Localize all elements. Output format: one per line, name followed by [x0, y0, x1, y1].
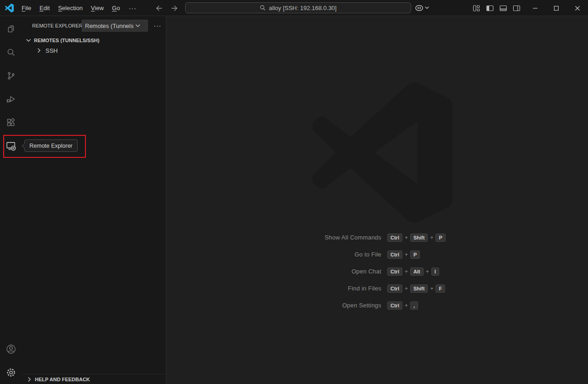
accounts-icon[interactable] — [0, 337, 22, 361]
plus-separator: + — [430, 285, 433, 292]
remote-tree: REMOTES (TUNNELS/SSH) SSH — [22, 35, 166, 56]
shortcut-keys: Ctrl + Shift + P — [387, 234, 446, 242]
toggle-primary-sidebar-icon[interactable] — [486, 4, 494, 12]
menu-more-button[interactable]: ··· — [124, 5, 141, 12]
key-cap: Ctrl — [387, 284, 402, 293]
menu-edit[interactable]: Edit — [35, 0, 54, 16]
menu-bar: File Edit Selection View Go ··· — [17, 0, 141, 16]
chevron-down-icon — [25, 37, 32, 44]
key-cap: Shift — [410, 284, 428, 293]
sidebar-header: REMOTE EXPLORER Remotes (Tunnels ··· — [22, 20, 166, 32]
settings-gear-icon[interactable] — [0, 361, 22, 384]
plus-separator: + — [405, 285, 408, 292]
shortcut-row: Show All Commands Ctrl + Shift + P — [166, 229, 588, 246]
explorer-icon[interactable] — [0, 17, 22, 40]
vscode-logo-icon — [5, 4, 14, 12]
title-bar: File Edit Selection View Go ··· alloy [S… — [0, 0, 588, 16]
tree-section-remotes[interactable]: REMOTES (TUNNELS/SSH) — [22, 35, 166, 45]
plus-separator: + — [426, 268, 429, 275]
remote-view-selector[interactable]: Remotes (Tunnels — [82, 20, 148, 32]
shortcut-row: Go to File Ctrl + P — [166, 246, 588, 263]
activity-bar — [0, 16, 22, 384]
key-cap: Ctrl — [387, 250, 402, 259]
tooltip-text: Remote Explorer — [29, 143, 73, 149]
toggle-panel-icon[interactable] — [499, 4, 507, 12]
remote-explorer-icon[interactable] — [0, 134, 22, 157]
activity-bar-spacer — [0, 157, 22, 337]
plus-separator: + — [405, 251, 408, 258]
key-cap: Alt — [410, 267, 424, 276]
command-center-search[interactable]: alloy [SSH: 192.168.0.30] — [185, 2, 411, 13]
tree-section-label: REMOTES (TUNNELS/SSH) — [34, 38, 99, 43]
tree-item-ssh[interactable]: SSH — [22, 45, 166, 56]
go-back-icon[interactable] — [154, 4, 164, 13]
views-more-actions-button[interactable]: ··· — [153, 21, 163, 31]
shortcut-row: Open Settings Ctrl + , — [166, 297, 588, 314]
sidebar-remote-explorer: REMOTE EXPLORER Remotes (Tunnels ··· REM… — [22, 16, 166, 384]
shortcut-keys: Ctrl + Alt + I — [387, 267, 439, 276]
search-sidebar-icon[interactable] — [0, 40, 22, 64]
chevron-down-icon — [136, 24, 140, 28]
watermark-shortcuts: Show All Commands Ctrl + Shift + P Go to… — [166, 229, 588, 314]
shortcut-label: Show All Commands — [166, 234, 381, 241]
search-icon — [260, 5, 266, 11]
shortcut-keys: Ctrl + Shift + F — [387, 284, 445, 293]
vscode-window: File Edit Selection View Go ··· alloy [S… — [0, 0, 588, 384]
minimize-button[interactable] — [525, 0, 546, 16]
toggle-secondary-sidebar-icon[interactable] — [512, 4, 520, 12]
key-cap: , — [410, 301, 418, 310]
plus-separator: + — [405, 268, 408, 275]
history-navigation — [154, 0, 179, 16]
remote-explorer-tooltip: Remote Explorer — [24, 139, 78, 152]
shortcut-label: Open Settings — [166, 302, 381, 309]
shortcut-label: Open Chat — [166, 268, 381, 275]
shortcut-row: Open Chat Ctrl + Alt + I — [166, 263, 588, 280]
plus-separator: + — [405, 302, 408, 309]
vscode-watermark-logo — [312, 83, 452, 223]
shortcut-keys: Ctrl + P — [387, 250, 420, 259]
shortcut-label: Go to File — [166, 251, 381, 258]
key-cap: Ctrl — [387, 267, 402, 276]
customize-layout-icon[interactable] — [472, 4, 481, 12]
shortcut-row: Find in Files Ctrl + Shift + F — [166, 280, 588, 297]
extensions-icon[interactable] — [0, 111, 22, 134]
copilot-menu[interactable] — [415, 2, 429, 13]
tree-item-label: SSH — [45, 47, 58, 54]
sidebar-title: REMOTE EXPLORER — [32, 23, 83, 28]
plus-separator: + — [430, 234, 433, 241]
editor-area: Show All Commands Ctrl + Shift + P Go to… — [166, 16, 588, 384]
key-cap: P — [435, 234, 445, 242]
key-cap: Ctrl — [387, 234, 402, 242]
shortcut-label: Find in Files — [166, 285, 381, 292]
plus-separator: + — [405, 234, 408, 241]
key-cap: I — [431, 267, 439, 276]
key-cap: Shift — [410, 234, 428, 242]
window-controls — [525, 0, 588, 16]
help-and-feedback-label: HELP AND FEEDBACK — [35, 377, 90, 382]
chevron-right-icon — [26, 376, 33, 383]
layout-controls — [472, 0, 520, 16]
chevron-right-icon — [35, 47, 43, 54]
shortcut-keys: Ctrl + , — [387, 301, 418, 310]
help-and-feedback-section[interactable]: HELP AND FEEDBACK — [22, 374, 166, 384]
chevron-down-icon — [425, 6, 429, 9]
command-center-text: alloy [SSH: 192.168.0.30] — [269, 5, 336, 11]
key-cap: F — [435, 284, 445, 293]
maximize-button[interactable] — [546, 0, 567, 16]
close-button[interactable] — [567, 0, 588, 16]
go-forward-icon[interactable] — [170, 4, 179, 13]
key-cap: Ctrl — [387, 301, 402, 310]
key-cap: P — [410, 250, 420, 259]
run-and-debug-icon[interactable] — [0, 87, 22, 111]
menu-view[interactable]: View — [87, 0, 108, 16]
source-control-icon[interactable] — [0, 64, 22, 87]
menu-go[interactable]: Go — [108, 0, 124, 16]
menu-file[interactable]: File — [17, 0, 35, 16]
remote-view-selector-value: Remotes (Tunnels — [85, 22, 134, 29]
menu-selection[interactable]: Selection — [54, 0, 86, 16]
copilot-icon — [415, 4, 424, 11]
